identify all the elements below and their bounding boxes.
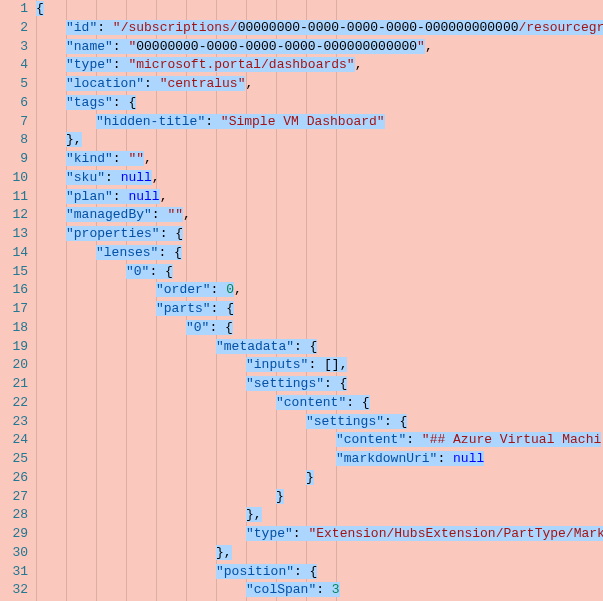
- line-number: 21: [4, 375, 28, 394]
- token: : {: [209, 320, 232, 335]
- line-number: 8: [4, 131, 28, 150]
- code-line[interactable]: "plan": null,: [36, 188, 603, 207]
- code-line[interactable]: "position": {: [36, 563, 603, 582]
- token: },: [216, 545, 232, 560]
- token: :: [113, 57, 129, 72]
- token: },: [66, 132, 82, 147]
- line-number: 27: [4, 488, 28, 507]
- code-line[interactable]: "metadata": {: [36, 338, 603, 357]
- code-line[interactable]: "managedBy": "",: [36, 206, 603, 225]
- token: "order": [156, 282, 211, 297]
- token: "managedBy": [66, 207, 152, 222]
- code-line[interactable]: {: [36, 0, 603, 19]
- token: "tags": [66, 95, 113, 110]
- code-line[interactable]: "content": "## Azure Virtual Machi: [36, 431, 603, 450]
- code-line[interactable]: "settings": {: [36, 413, 603, 432]
- token: null: [453, 451, 484, 466]
- line-number: 23: [4, 413, 28, 432]
- code-line[interactable]: "kind": "",: [36, 150, 603, 169]
- token: "hidden-title": [96, 114, 205, 129]
- token: :: [152, 207, 168, 222]
- token: :: [113, 189, 129, 204]
- code-line[interactable]: "0": {: [36, 263, 603, 282]
- line-number: 29: [4, 525, 28, 544]
- line-number: 6: [4, 94, 28, 113]
- token: ,: [152, 170, 160, 185]
- code-line[interactable]: "id": "/subscriptions/00000000-0000-0000…: [36, 19, 603, 38]
- token: "name": [66, 39, 113, 54]
- token: : [],: [308, 357, 347, 372]
- token: :: [211, 282, 227, 297]
- code-line[interactable]: "properties": {: [36, 225, 603, 244]
- token: "settings": [246, 376, 324, 391]
- token: :: [113, 151, 129, 166]
- line-number: 30: [4, 544, 28, 563]
- code-area[interactable]: {"id": "/subscriptions/00000000-0000-000…: [36, 0, 603, 601]
- code-line[interactable]: "colSpan": 3: [36, 581, 603, 600]
- code-line[interactable]: "hidden-title": "Simple VM Dashboard": [36, 113, 603, 132]
- code-line[interactable]: "type": "microsoft.portal/dashboards",: [36, 56, 603, 75]
- code-editor[interactable]: 1234567891011121314151617181920212223242…: [0, 0, 603, 601]
- code-line[interactable]: "type": "Extension/HubsExtension/PartTyp…: [36, 525, 603, 544]
- token: "markdownUri": [336, 451, 437, 466]
- token: :: [406, 432, 422, 447]
- token: :: [205, 114, 221, 129]
- token: }: [276, 489, 284, 504]
- line-number: 22: [4, 394, 28, 413]
- code-line[interactable]: "tags": {: [36, 94, 603, 113]
- code-line[interactable]: "sku": null,: [36, 169, 603, 188]
- token: "kind": [66, 151, 113, 166]
- line-number: 31: [4, 563, 28, 582]
- token: ,: [355, 57, 363, 72]
- token: "content": [336, 432, 406, 447]
- line-number: 17: [4, 300, 28, 319]
- code-line[interactable]: "name": "00000000-0000-0000-0000-0000000…: [36, 38, 603, 57]
- token: :: [144, 76, 160, 91]
- code-line[interactable]: "parts": {: [36, 300, 603, 319]
- line-number: 12: [4, 206, 28, 225]
- token: "plan": [66, 189, 113, 204]
- token: },: [246, 507, 262, 522]
- token: : {: [158, 245, 181, 260]
- token: "/subscriptions/: [113, 20, 238, 35]
- token: "colSpan": [246, 582, 316, 597]
- token: "Extension/HubsExtension/PartType/Mark: [308, 526, 603, 541]
- code-line[interactable]: }: [36, 469, 603, 488]
- token: "inputs": [246, 357, 308, 372]
- code-line[interactable]: "inputs": [],: [36, 356, 603, 375]
- token: "microsoft.portal/dashboards": [128, 57, 354, 72]
- code-line[interactable]: "order": 0,: [36, 281, 603, 300]
- token: null: [121, 170, 152, 185]
- code-line[interactable]: }: [36, 488, 603, 507]
- code-line[interactable]: "content": {: [36, 394, 603, 413]
- line-number: 3: [4, 38, 28, 57]
- line-number: 1: [4, 0, 28, 19]
- token: ,: [160, 189, 168, 204]
- token: "parts": [156, 301, 211, 316]
- line-number: 24: [4, 431, 28, 450]
- token: "content": [276, 395, 346, 410]
- code-line[interactable]: "lenses": {: [36, 244, 603, 263]
- line-number-gutter: 1234567891011121314151617181920212223242…: [0, 0, 36, 601]
- token: "": [128, 151, 144, 166]
- token: "": [167, 207, 183, 222]
- code-line[interactable]: },: [36, 131, 603, 150]
- token: : {: [149, 264, 172, 279]
- code-line[interactable]: },: [36, 506, 603, 525]
- code-line[interactable]: "0": {: [36, 319, 603, 338]
- token: "settings": [306, 414, 384, 429]
- line-number: 15: [4, 263, 28, 282]
- token: "sku": [66, 170, 105, 185]
- line-number: 18: [4, 319, 28, 338]
- token: : {: [211, 301, 234, 316]
- token: "type": [246, 526, 293, 541]
- code-line[interactable]: "location": "centralus",: [36, 75, 603, 94]
- token: }: [306, 470, 314, 485]
- code-line[interactable]: },: [36, 544, 603, 563]
- token: "type": [66, 57, 113, 72]
- line-number: 7: [4, 113, 28, 132]
- code-line[interactable]: "settings": {: [36, 375, 603, 394]
- token: null: [128, 189, 159, 204]
- code-line[interactable]: "markdownUri": null: [36, 450, 603, 469]
- token: 00000000-0000-0000-0000-000000000000: [238, 20, 519, 35]
